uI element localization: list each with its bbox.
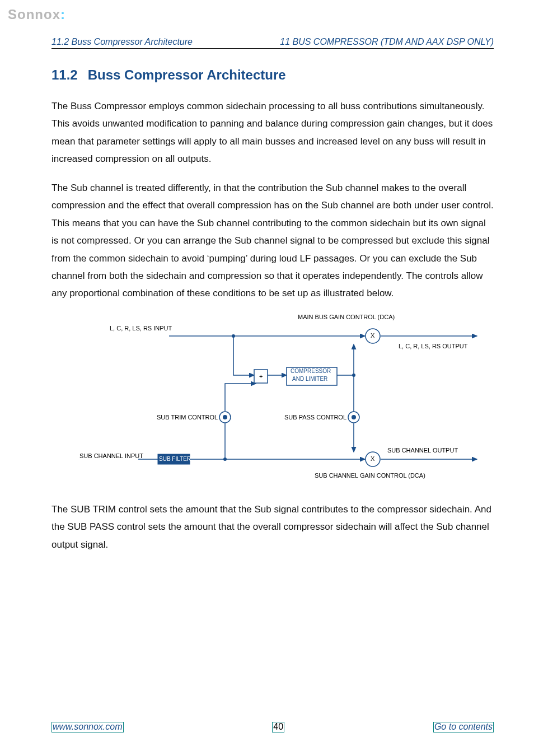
running-header-left: 11.2 Buss Compressor Architecture bbox=[51, 37, 193, 47]
brand-logo-accent: : bbox=[60, 7, 65, 22]
label-sub-pass: SUB PASS CONTROL bbox=[284, 414, 346, 421]
label-sub-trim: SUB TRIM CONTROL bbox=[157, 414, 218, 421]
label-compressor-line2: AND LIMITER bbox=[292, 376, 327, 382]
paragraph-1: The Buss Compressor employs common sidec… bbox=[51, 97, 494, 168]
svg-point-11 bbox=[223, 458, 227, 461]
paragraph-2: The Sub channel is treated differently, … bbox=[51, 179, 494, 302]
section-heading: 11.2Buss Compressor Architecture bbox=[51, 67, 494, 83]
label-x-sub: X bbox=[371, 455, 374, 462]
website-link[interactable]: www.sonnox.com bbox=[53, 722, 123, 731]
section-title-text: Buss Compressor Architecture bbox=[88, 67, 286, 82]
label-sub-filter: SUB FILTER bbox=[159, 456, 191, 462]
running-header-right: 11 BUS COMPRESSOR (TDM AND AAX DSP ONLY) bbox=[280, 37, 494, 47]
diagram-svg bbox=[74, 314, 516, 487]
footer-right-link[interactable]: Go to contents bbox=[433, 722, 494, 732]
svg-point-10 bbox=[352, 374, 355, 377]
svg-point-8 bbox=[352, 415, 356, 419]
brand-logo: Sonnox: bbox=[8, 7, 65, 22]
svg-point-6 bbox=[223, 415, 227, 419]
label-x-main: X bbox=[371, 332, 374, 339]
label-sub-output: SUB CHANNEL OUTPUT bbox=[387, 447, 458, 454]
running-header: 11.2 Buss Compressor Architecture 11 BUS… bbox=[51, 37, 494, 49]
label-plus: + bbox=[259, 373, 263, 380]
architecture-diagram: MAIN BUS GAIN CONTROL (DCA) L, C, R, LS,… bbox=[74, 314, 516, 487]
contents-link[interactable]: Go to contents bbox=[434, 722, 493, 731]
svg-point-9 bbox=[232, 334, 235, 338]
footer-left-link[interactable]: www.sonnox.com bbox=[51, 722, 124, 732]
brand-logo-text: Sonnox bbox=[8, 7, 60, 22]
label-main-gain: MAIN BUS GAIN CONTROL (DCA) bbox=[298, 314, 395, 320]
label-sub-gain: SUB CHANNEL GAIN CONTROL (DCA) bbox=[315, 472, 425, 479]
section-number: 11.2 bbox=[51, 67, 78, 82]
page-content: 11.2Buss Compressor Architecture The Bus… bbox=[51, 67, 494, 564]
paragraph-3: The SUB TRIM control sets the amount tha… bbox=[51, 501, 494, 553]
label-main-input: L, C, R, LS, RS INPUT bbox=[110, 325, 172, 332]
label-main-output: L, C, R, LS, RS OUTPUT bbox=[399, 343, 467, 349]
label-compressor-line1: COMPRESSOR bbox=[291, 368, 331, 374]
page-number: 40 bbox=[272, 722, 284, 732]
page-footer: www.sonnox.com 40 Go to contents bbox=[51, 722, 494, 732]
label-sub-input: SUB CHANNEL INPUT bbox=[79, 452, 143, 459]
